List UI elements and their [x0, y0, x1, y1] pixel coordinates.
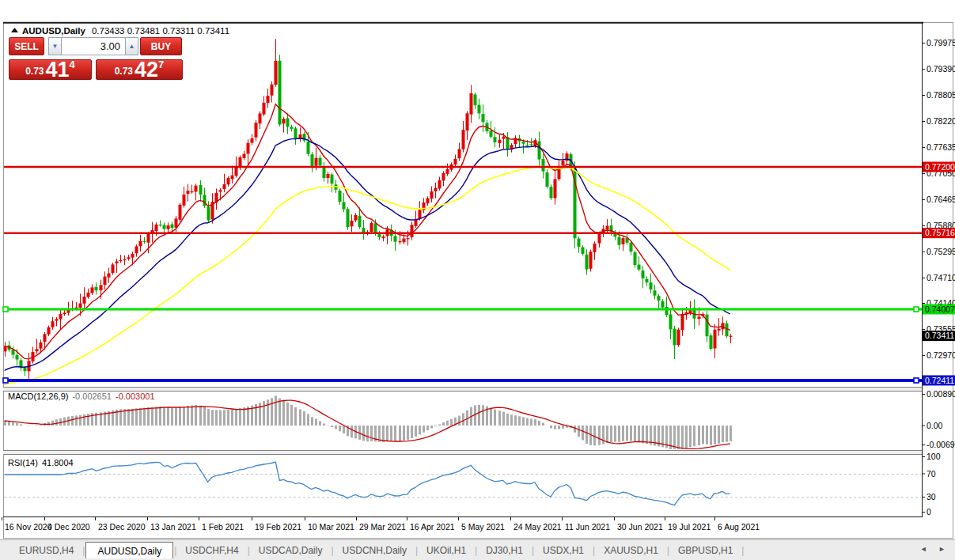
price-tick-label: 0.76465 — [927, 195, 955, 204]
buy-button[interactable]: BUY — [140, 37, 182, 55]
date-tick-label: 16 Nov 2020 — [5, 522, 52, 532]
symbol-tab-bar: EURUSD,H4|AUDUSD,Daily|USDCHF,H4|USDCAD,… — [0, 539, 955, 560]
date-tick-label: 30 Jun 2021 — [617, 522, 663, 532]
date-tick-label: 5 May 2021 — [461, 522, 505, 532]
price-tick-label: 0.74710 — [927, 273, 955, 282]
sell-price-pips: 4 — [70, 59, 75, 70]
buy-price-pips: 7 — [158, 59, 164, 70]
tab-separator: | — [82, 545, 85, 556]
date-tick-label: 6 Aug 2021 — [718, 522, 760, 532]
chart-tab-dj30[interactable]: DJ30,H1 — [478, 542, 531, 559]
tab-separator: | — [415, 545, 418, 556]
price-tick-label: 0.79975 — [927, 38, 955, 47]
sell-button[interactable]: SELL — [9, 37, 44, 55]
chart-tab-audusd[interactable]: AUDUSD,Daily — [85, 542, 173, 558]
tab-separator: | — [331, 545, 333, 556]
sell-price-box[interactable]: 0.73 41 4 — [9, 59, 92, 80]
hline-handle[interactable] — [3, 378, 8, 383]
tab-separator: | — [667, 545, 669, 556]
price-tick-label: 0.79390 — [927, 64, 955, 74]
date-tick-label: 19 Feb 2021 — [255, 522, 301, 532]
one-click-trade-panel: SELL ▼ 3.00 ▲ BUY 0.73 41 4 0.73 42 7 — [9, 37, 183, 80]
rsi-axis-label: 30 — [927, 492, 936, 501]
chart-tab-usdcnh[interactable]: USDCNH,Daily — [335, 542, 415, 559]
date-tick-label: 4 Dec 2020 — [47, 522, 90, 532]
date-tick-label: 29 Mar 2021 — [359, 522, 406, 532]
volume-increase-button[interactable]: ▲ — [125, 37, 138, 55]
volume-field[interactable]: 3.00 — [62, 37, 125, 55]
tab-separator: | — [174, 545, 176, 556]
tab-separator: | — [475, 545, 477, 556]
chart-tab-usdchf[interactable]: USDCHF,H4 — [177, 542, 246, 559]
price-tag-label: 0.72411 — [925, 376, 954, 385]
buy-price-prefix: 0.73 — [115, 66, 133, 77]
trading-terminal: 5M30H1H4D1W1MN 0.799750.793900.788050.78… — [0, 0, 955, 560]
sell-price-prefix: 0.73 — [25, 66, 44, 77]
chart-title: AUDUSD,Daily0.73433 0.73481 0.73311 0.73… — [22, 26, 229, 36]
date-tick-label: 13 Jan 2021 — [150, 522, 196, 532]
rsi-axis-label: 70 — [927, 469, 936, 479]
tab-separator: | — [532, 545, 534, 556]
rsi-axis-label: 100 — [927, 452, 941, 461]
volume-decrease-button[interactable]: ▼ — [48, 37, 62, 55]
price-tick-label: 0.72970 — [927, 350, 955, 360]
date-tick-label: 19 Jul 2021 — [668, 522, 711, 532]
chart-tab-usdcad[interactable]: USDCAD,Daily — [251, 542, 331, 559]
price-tick-label: 0.78220 — [927, 116, 955, 126]
macd-axis-label: 0.008903 — [927, 389, 955, 399]
date-tick-label: 1 Feb 2021 — [202, 522, 244, 532]
tab-separator: | — [593, 545, 595, 556]
date-tick-label: 16 Apr 2021 — [410, 522, 455, 532]
macd-axis-label: -0.00697 — [927, 440, 955, 449]
price-tick-label: 0.77635 — [927, 142, 955, 152]
tab-separator: | — [248, 545, 250, 556]
price-tick-label: 0.78805 — [927, 90, 955, 100]
macd-label: MACD(12,26,9)-0.002651-0.003001 — [8, 392, 155, 401]
chart-header: AUDUSD,Daily0.73433 0.73481 0.73311 0.73… — [11, 26, 229, 36]
price-tag-label: 0.77200 — [925, 162, 955, 172]
hline-handle[interactable] — [914, 307, 919, 312]
hline-handle[interactable] — [914, 378, 919, 383]
chart-tab-gbpusd[interactable]: GBPUSD,H1 — [670, 542, 741, 559]
sell-price-big: 41 — [46, 61, 70, 79]
volume-spinner: ▼ 3.00 ▲ — [48, 37, 138, 55]
price-tag-label: 0.74007 — [925, 305, 955, 314]
chart-tab-eurusd[interactable]: EURUSD,H4 — [11, 542, 81, 559]
price-tag-label: 0.73411 — [925, 331, 954, 340]
buy-price-box[interactable]: 0.73 42 7 — [96, 59, 183, 80]
chart-tab-usdx[interactable]: USDX,H1 — [535, 542, 592, 559]
tab-separator: | — [741, 545, 744, 556]
trade-row-prices: 0.73 41 4 0.73 42 7 — [9, 59, 183, 80]
buy-price-big: 42 — [135, 61, 158, 79]
macd-axis-label: 0.00 — [927, 421, 943, 430]
chart-tab-xauusd[interactable]: XAUUSD,H1 — [596, 542, 666, 559]
trade-row-buttons: SELL ▼ 3.00 ▲ BUY — [9, 37, 183, 55]
chart-tab-ukoil[interactable]: UKOil,H1 — [419, 542, 474, 559]
price-tick-label: 0.75295 — [927, 247, 955, 256]
date-tick-label: 10 Mar 2021 — [308, 522, 354, 532]
date-tick-label: 24 May 2021 — [514, 522, 562, 532]
hline-handle[interactable] — [3, 307, 8, 312]
rsi-axis-label: 0 — [927, 507, 931, 516]
tab-scroll-arrows[interactable]: ◄ ► — [920, 545, 950, 553]
date-tick-label: 23 Dec 2020 — [98, 522, 146, 532]
date-tick-label: 11 Jun 2021 — [565, 522, 610, 532]
price-tag-label: 0.75716 — [925, 228, 955, 237]
